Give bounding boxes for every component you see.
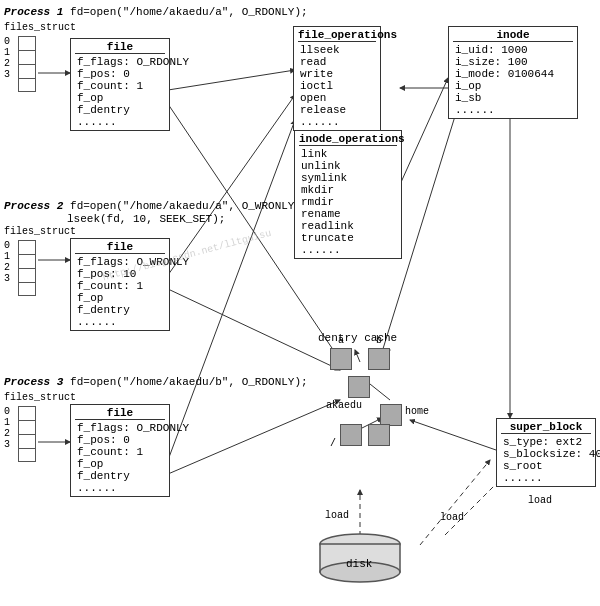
file2-dots: ......: [75, 316, 165, 328]
sb-blocksize: s_blocksize: 4096: [501, 448, 591, 460]
load-label-2: load: [440, 512, 464, 523]
dentry-slash-label: /: [330, 438, 336, 449]
file1-box: file f_flags: O_RDONLY f_pos: 0 f_count:…: [70, 38, 170, 131]
process1-label: Process 1 fd=open("/home/akaedu/a", O_RD…: [4, 6, 308, 18]
dentry-b-top: [368, 348, 390, 370]
iop-unlink: unlink: [299, 160, 397, 172]
process2-call2: lseek(fd, 10, SEEK_SET);: [67, 213, 225, 225]
file1-header: file: [75, 41, 165, 54]
file3-header: file: [75, 407, 165, 420]
fop-read: read: [298, 56, 376, 68]
fop-dots: ......: [298, 116, 376, 128]
process3-label: Process 3 fd=open("/home/akaedu/b", O_RD…: [4, 376, 308, 388]
file3-dentry: f_dentry: [75, 470, 165, 482]
file2-op: f_op: [75, 292, 165, 304]
dentry-root2: [368, 424, 390, 446]
svg-line-19: [420, 460, 490, 545]
iop-rename: rename: [299, 208, 397, 220]
file3-pos: f_pos: 0: [75, 434, 165, 446]
load-label-1: load: [325, 510, 349, 521]
fs3-cells: [18, 406, 36, 462]
iop-dots: ......: [299, 244, 397, 256]
fop-ioctl: ioctl: [298, 80, 376, 92]
svg-line-16: [355, 350, 360, 362]
fs2-cells: [18, 240, 36, 296]
file2-count: f_count: 1: [75, 280, 165, 292]
file1-dentry: f_dentry: [75, 104, 165, 116]
iop-readlink: readlink: [299, 220, 397, 232]
dentry-cache-label: dentry cache: [318, 332, 397, 344]
inode-operations-header: inode_operations: [299, 133, 397, 146]
fop-llseek: llseek: [298, 44, 376, 56]
iop-truncate: truncate: [299, 232, 397, 244]
file3-count: f_count: 1: [75, 446, 165, 458]
iop-rmdir: rmdir: [299, 196, 397, 208]
files-struct-3-label: files_struct: [4, 392, 76, 403]
fs1-idx: 0123: [4, 36, 10, 80]
iop-mkdir: mkdir: [299, 184, 397, 196]
file-operations-box: file_operations llseek read write ioctl …: [293, 26, 381, 131]
inode-box: inode i_uid: 1000 i_size: 100 i_mode: 01…: [448, 26, 578, 119]
inode-uid: i_uid: 1000: [453, 44, 573, 56]
file1-op: f_op: [75, 92, 165, 104]
process2-label: Process 2 fd=open("/home/akaedu/a", O_WR…: [4, 200, 308, 212]
file-operations-header: file_operations: [298, 29, 376, 42]
fop-write: write: [298, 68, 376, 80]
sb-type: s_type: ext2: [501, 436, 591, 448]
file2-box: file f_flags: O_WRONLY f_pos: 10 f_count…: [70, 238, 170, 331]
dentry-b-label: b: [376, 335, 382, 346]
iop-symlink: symlink: [299, 172, 397, 184]
svg-line-13: [410, 420, 496, 450]
super-block-header: super_block: [501, 421, 591, 434]
file1-pos: f_pos: 0: [75, 68, 165, 80]
fs3-idx: 0123: [4, 406, 10, 450]
disk-label: disk: [346, 558, 372, 570]
file3-op: f_op: [75, 458, 165, 470]
dentry-home-label: home: [405, 406, 429, 417]
svg-line-5: [168, 120, 295, 460]
sb-dots: ......: [501, 472, 591, 484]
file1-count: f_count: 1: [75, 80, 165, 92]
file3-box: file f_flags: O_RDONLY f_pos: 0 f_count:…: [70, 404, 170, 497]
file1-flags: f_flags: O_RDONLY: [75, 56, 165, 68]
file2-header: file: [75, 241, 165, 254]
dentry-root1: [340, 424, 362, 446]
inode-sb: i_sb: [453, 92, 573, 104]
sb-root: s_root: [501, 460, 591, 472]
fs1-cells: [18, 36, 36, 92]
dentry-akaedu: [348, 376, 370, 398]
file2-dentry: f_dentry: [75, 304, 165, 316]
inode-header: inode: [453, 29, 573, 42]
inode-op: i_op: [453, 80, 573, 92]
inode-dots: ......: [453, 104, 573, 116]
inode-size: i_size: 100: [453, 56, 573, 68]
iop-link: link: [299, 148, 397, 160]
file1-dots: ......: [75, 116, 165, 128]
file3-flags: f_flags: O_RDONLY: [75, 422, 165, 434]
files-struct-2-label: files_struct: [4, 226, 76, 237]
load-label-3: load: [528, 495, 552, 506]
diagram: Process 1 fd=open("/home/akaedu/a", O_RD…: [0, 0, 600, 606]
fop-release: release: [298, 104, 376, 116]
file3-dots: ......: [75, 482, 165, 494]
dentry-a-label: a: [338, 335, 344, 346]
inode-operations-box: inode_operations link unlink symlink mkd…: [294, 130, 402, 259]
dentry-home: [380, 404, 402, 426]
super-block-box: super_block s_type: ext2 s_blocksize: 40…: [496, 418, 596, 487]
dentry-a-top: [330, 348, 352, 370]
dentry-akaedu-label: akaedu: [326, 400, 362, 411]
svg-line-8: [168, 400, 340, 474]
files-struct-1-label: files_struct: [4, 22, 76, 33]
svg-line-3: [168, 70, 295, 90]
inode-mode: i_mode: 0100644: [453, 68, 573, 80]
svg-line-7: [168, 289, 340, 370]
fs2-idx: 0123: [4, 240, 10, 284]
fop-open: open: [298, 92, 376, 104]
